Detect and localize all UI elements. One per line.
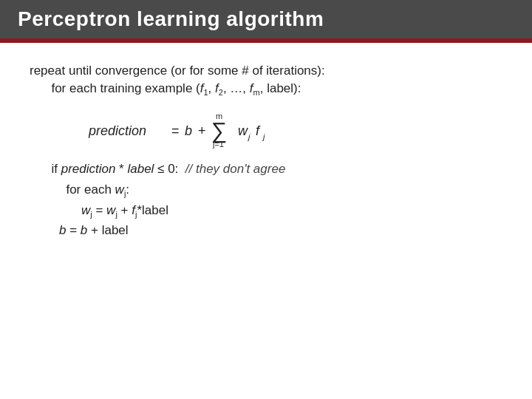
svg-text:m: m <box>216 112 222 120</box>
svg-text:f: f <box>256 123 261 138</box>
formula-svg: prediction = b + ∑ j=1 m w j f j <box>89 110 325 149</box>
foreach-example-line: for each training example (f1, f2, …, fm… <box>44 81 502 97</box>
svg-text:w: w <box>238 123 248 138</box>
svg-text:b: b <box>185 123 192 138</box>
slide-content: repeat until convergence (or for some # … <box>0 43 532 253</box>
slide-title: Perceptron learning algorithm <box>18 7 324 31</box>
for-each-wj-line: for each wj: <box>59 183 502 198</box>
svg-text:j=1: j=1 <box>212 140 224 149</box>
update-b-line: b = b + label <box>59 223 502 238</box>
svg-text:prediction: prediction <box>89 123 146 138</box>
svg-text:j: j <box>262 132 265 141</box>
slide: Perceptron learning algorithm repeat unt… <box>0 0 532 399</box>
update-wj-line: wj = wj + fj*label <box>81 203 502 219</box>
repeat-line: repeat until convergence (or for some # … <box>30 64 502 78</box>
if-condition-line: if prediction * label ≤ 0: // they don't… <box>44 162 502 177</box>
svg-text:+: + <box>198 123 206 138</box>
svg-text:=: = <box>171 123 180 138</box>
title-bar: Perceptron learning algorithm <box>0 0 532 38</box>
formula-block: prediction = b + ∑ j=1 m w j f j <box>89 110 502 149</box>
